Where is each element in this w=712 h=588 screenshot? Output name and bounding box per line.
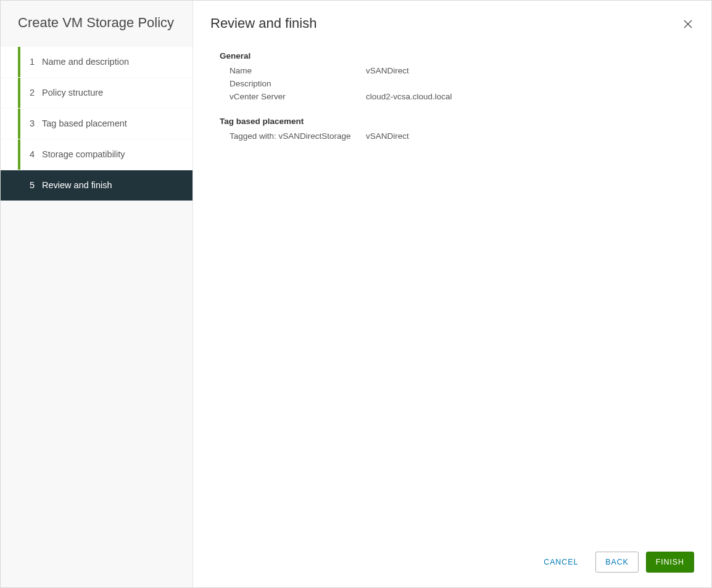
value-description bbox=[366, 79, 694, 88]
finish-button[interactable]: FINISH bbox=[646, 552, 694, 573]
page-title: Review and finish bbox=[210, 15, 317, 31]
step-bar-icon bbox=[18, 47, 20, 77]
value-vcenter: cloud2-vcsa.cloud.local bbox=[366, 92, 694, 101]
back-button[interactable]: BACK bbox=[595, 552, 639, 573]
wizard-step-name-description[interactable]: 1 Name and description bbox=[1, 47, 192, 77]
step-number: 2 bbox=[30, 88, 42, 97]
step-number: 1 bbox=[30, 57, 42, 67]
step-number: 4 bbox=[30, 149, 42, 159]
wizard-main: Review and finish General Name vSANDirec… bbox=[193, 1, 711, 587]
step-label: Tag based placement bbox=[42, 118, 127, 128]
step-bar-icon bbox=[18, 170, 20, 201]
label-tagged-with: Tagged with: vSANDirectStorage bbox=[220, 131, 366, 141]
section-general-heading: General bbox=[220, 51, 694, 60]
wizard-sidebar: Create VM Storage Policy 1 Name and desc… bbox=[1, 1, 193, 587]
step-number: 3 bbox=[30, 118, 42, 128]
label-name: Name bbox=[220, 66, 366, 75]
wizard-title: Create VM Storage Policy bbox=[1, 14, 192, 47]
row-name: Name vSANDirect bbox=[220, 64, 694, 77]
wizard-footer: CANCEL BACK FINISH bbox=[193, 539, 711, 587]
review-content: General Name vSANDirect Description vCen… bbox=[193, 44, 711, 539]
step-label: Name and description bbox=[42, 57, 129, 67]
value-tagged-with: vSANDirect bbox=[366, 131, 694, 141]
wizard-dialog: Create VM Storage Policy 1 Name and desc… bbox=[0, 0, 712, 588]
label-vcenter: vCenter Server bbox=[220, 92, 366, 101]
wizard-step-tag-placement[interactable]: 3 Tag based placement bbox=[1, 109, 192, 139]
step-bar-icon bbox=[18, 109, 20, 139]
section-tag-heading: Tag based placement bbox=[220, 117, 694, 126]
step-label: Review and finish bbox=[42, 180, 112, 190]
step-label: Storage compatibility bbox=[42, 149, 125, 159]
step-number: 5 bbox=[30, 180, 42, 190]
cancel-button[interactable]: CANCEL bbox=[534, 552, 588, 573]
close-icon bbox=[684, 20, 692, 28]
row-tagged-with: Tagged with: vSANDirectStorage vSANDirec… bbox=[220, 130, 694, 143]
main-header: Review and finish bbox=[193, 1, 711, 44]
close-button[interactable] bbox=[682, 18, 694, 30]
step-label: Policy structure bbox=[42, 88, 103, 97]
wizard-step-storage-compatibility[interactable]: 4 Storage compatibility bbox=[1, 139, 192, 170]
row-vcenter: vCenter Server cloud2-vcsa.cloud.local bbox=[220, 90, 694, 103]
step-bar-icon bbox=[18, 139, 20, 170]
row-description: Description bbox=[220, 77, 694, 90]
label-description: Description bbox=[220, 79, 366, 88]
wizard-steps: 1 Name and description 2 Policy structur… bbox=[1, 47, 192, 201]
wizard-step-review-finish[interactable]: 5 Review and finish bbox=[1, 170, 192, 201]
step-bar-icon bbox=[18, 78, 20, 108]
value-name: vSANDirect bbox=[366, 66, 694, 75]
wizard-step-policy-structure[interactable]: 2 Policy structure bbox=[1, 78, 192, 108]
